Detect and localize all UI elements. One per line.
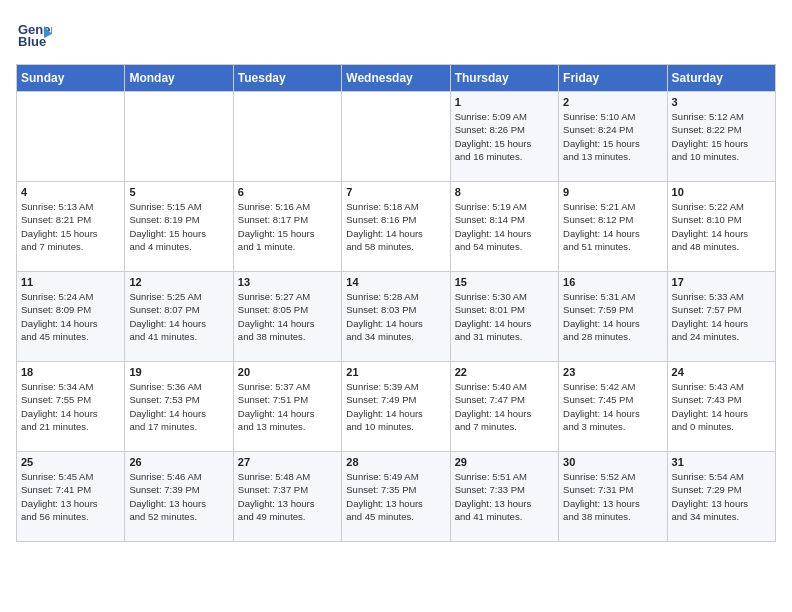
calendar-cell: 27Sunrise: 5:48 AM Sunset: 7:37 PM Dayli… xyxy=(233,452,341,542)
day-number: 18 xyxy=(21,366,120,378)
day-info: Sunrise: 5:45 AM Sunset: 7:41 PM Dayligh… xyxy=(21,470,120,523)
day-number: 9 xyxy=(563,186,662,198)
calendar-cell xyxy=(233,92,341,182)
calendar-cell: 14Sunrise: 5:28 AM Sunset: 8:03 PM Dayli… xyxy=(342,272,450,362)
calendar-cell: 30Sunrise: 5:52 AM Sunset: 7:31 PM Dayli… xyxy=(559,452,667,542)
day-info: Sunrise: 5:54 AM Sunset: 7:29 PM Dayligh… xyxy=(672,470,771,523)
calendar-cell: 15Sunrise: 5:30 AM Sunset: 8:01 PM Dayli… xyxy=(450,272,558,362)
day-number: 21 xyxy=(346,366,445,378)
weekday-header-thursday: Thursday xyxy=(450,65,558,92)
day-number: 27 xyxy=(238,456,337,468)
day-info: Sunrise: 5:51 AM Sunset: 7:33 PM Dayligh… xyxy=(455,470,554,523)
calendar-cell: 13Sunrise: 5:27 AM Sunset: 8:05 PM Dayli… xyxy=(233,272,341,362)
calendar-cell: 4Sunrise: 5:13 AM Sunset: 8:21 PM Daylig… xyxy=(17,182,125,272)
day-info: Sunrise: 5:16 AM Sunset: 8:17 PM Dayligh… xyxy=(238,200,337,253)
day-info: Sunrise: 5:48 AM Sunset: 7:37 PM Dayligh… xyxy=(238,470,337,523)
calendar-cell: 1Sunrise: 5:09 AM Sunset: 8:26 PM Daylig… xyxy=(450,92,558,182)
calendar-cell: 26Sunrise: 5:46 AM Sunset: 7:39 PM Dayli… xyxy=(125,452,233,542)
day-number: 10 xyxy=(672,186,771,198)
day-number: 2 xyxy=(563,96,662,108)
calendar-cell: 29Sunrise: 5:51 AM Sunset: 7:33 PM Dayli… xyxy=(450,452,558,542)
day-info: Sunrise: 5:27 AM Sunset: 8:05 PM Dayligh… xyxy=(238,290,337,343)
calendar-cell: 11Sunrise: 5:24 AM Sunset: 8:09 PM Dayli… xyxy=(17,272,125,362)
day-number: 28 xyxy=(346,456,445,468)
calendar-cell: 18Sunrise: 5:34 AM Sunset: 7:55 PM Dayli… xyxy=(17,362,125,452)
weekday-header-wednesday: Wednesday xyxy=(342,65,450,92)
day-info: Sunrise: 5:19 AM Sunset: 8:14 PM Dayligh… xyxy=(455,200,554,253)
day-number: 25 xyxy=(21,456,120,468)
day-info: Sunrise: 5:10 AM Sunset: 8:24 PM Dayligh… xyxy=(563,110,662,163)
day-number: 8 xyxy=(455,186,554,198)
weekday-header-saturday: Saturday xyxy=(667,65,775,92)
day-info: Sunrise: 5:49 AM Sunset: 7:35 PM Dayligh… xyxy=(346,470,445,523)
day-info: Sunrise: 5:42 AM Sunset: 7:45 PM Dayligh… xyxy=(563,380,662,433)
calendar-cell: 17Sunrise: 5:33 AM Sunset: 7:57 PM Dayli… xyxy=(667,272,775,362)
day-number: 31 xyxy=(672,456,771,468)
day-info: Sunrise: 5:34 AM Sunset: 7:55 PM Dayligh… xyxy=(21,380,120,433)
calendar-cell: 24Sunrise: 5:43 AM Sunset: 7:43 PM Dayli… xyxy=(667,362,775,452)
calendar-cell xyxy=(125,92,233,182)
day-info: Sunrise: 5:36 AM Sunset: 7:53 PM Dayligh… xyxy=(129,380,228,433)
weekday-header-friday: Friday xyxy=(559,65,667,92)
day-info: Sunrise: 5:21 AM Sunset: 8:12 PM Dayligh… xyxy=(563,200,662,253)
calendar-cell: 20Sunrise: 5:37 AM Sunset: 7:51 PM Dayli… xyxy=(233,362,341,452)
calendar-cell: 21Sunrise: 5:39 AM Sunset: 7:49 PM Dayli… xyxy=(342,362,450,452)
day-number: 26 xyxy=(129,456,228,468)
calendar-cell: 28Sunrise: 5:49 AM Sunset: 7:35 PM Dayli… xyxy=(342,452,450,542)
day-info: Sunrise: 5:52 AM Sunset: 7:31 PM Dayligh… xyxy=(563,470,662,523)
day-info: Sunrise: 5:18 AM Sunset: 8:16 PM Dayligh… xyxy=(346,200,445,253)
day-info: Sunrise: 5:37 AM Sunset: 7:51 PM Dayligh… xyxy=(238,380,337,433)
day-info: Sunrise: 5:33 AM Sunset: 7:57 PM Dayligh… xyxy=(672,290,771,343)
day-number: 5 xyxy=(129,186,228,198)
day-info: Sunrise: 5:09 AM Sunset: 8:26 PM Dayligh… xyxy=(455,110,554,163)
calendar-cell: 10Sunrise: 5:22 AM Sunset: 8:10 PM Dayli… xyxy=(667,182,775,272)
day-number: 4 xyxy=(21,186,120,198)
page-header: General Blue xyxy=(16,16,776,52)
day-number: 23 xyxy=(563,366,662,378)
day-info: Sunrise: 5:12 AM Sunset: 8:22 PM Dayligh… xyxy=(672,110,771,163)
day-number: 22 xyxy=(455,366,554,378)
day-number: 7 xyxy=(346,186,445,198)
calendar-cell: 8Sunrise: 5:19 AM Sunset: 8:14 PM Daylig… xyxy=(450,182,558,272)
weekday-header-sunday: Sunday xyxy=(17,65,125,92)
calendar-cell xyxy=(17,92,125,182)
calendar-cell: 12Sunrise: 5:25 AM Sunset: 8:07 PM Dayli… xyxy=(125,272,233,362)
day-number: 20 xyxy=(238,366,337,378)
day-info: Sunrise: 5:15 AM Sunset: 8:19 PM Dayligh… xyxy=(129,200,228,253)
calendar-table: SundayMondayTuesdayWednesdayThursdayFrid… xyxy=(16,64,776,542)
day-number: 15 xyxy=(455,276,554,288)
svg-text:Blue: Blue xyxy=(18,34,46,49)
day-info: Sunrise: 5:30 AM Sunset: 8:01 PM Dayligh… xyxy=(455,290,554,343)
calendar-cell: 31Sunrise: 5:54 AM Sunset: 7:29 PM Dayli… xyxy=(667,452,775,542)
logo: General Blue xyxy=(16,16,56,52)
calendar-cell: 25Sunrise: 5:45 AM Sunset: 7:41 PM Dayli… xyxy=(17,452,125,542)
day-info: Sunrise: 5:24 AM Sunset: 8:09 PM Dayligh… xyxy=(21,290,120,343)
day-number: 11 xyxy=(21,276,120,288)
day-info: Sunrise: 5:40 AM Sunset: 7:47 PM Dayligh… xyxy=(455,380,554,433)
calendar-cell: 16Sunrise: 5:31 AM Sunset: 7:59 PM Dayli… xyxy=(559,272,667,362)
calendar-cell: 22Sunrise: 5:40 AM Sunset: 7:47 PM Dayli… xyxy=(450,362,558,452)
day-info: Sunrise: 5:39 AM Sunset: 7:49 PM Dayligh… xyxy=(346,380,445,433)
day-info: Sunrise: 5:31 AM Sunset: 7:59 PM Dayligh… xyxy=(563,290,662,343)
day-number: 14 xyxy=(346,276,445,288)
day-number: 24 xyxy=(672,366,771,378)
calendar-cell: 9Sunrise: 5:21 AM Sunset: 8:12 PM Daylig… xyxy=(559,182,667,272)
day-number: 12 xyxy=(129,276,228,288)
calendar-cell: 7Sunrise: 5:18 AM Sunset: 8:16 PM Daylig… xyxy=(342,182,450,272)
weekday-header-monday: Monday xyxy=(125,65,233,92)
calendar-cell: 5Sunrise: 5:15 AM Sunset: 8:19 PM Daylig… xyxy=(125,182,233,272)
calendar-cell: 2Sunrise: 5:10 AM Sunset: 8:24 PM Daylig… xyxy=(559,92,667,182)
calendar-cell: 6Sunrise: 5:16 AM Sunset: 8:17 PM Daylig… xyxy=(233,182,341,272)
calendar-cell: 3Sunrise: 5:12 AM Sunset: 8:22 PM Daylig… xyxy=(667,92,775,182)
day-info: Sunrise: 5:25 AM Sunset: 8:07 PM Dayligh… xyxy=(129,290,228,343)
day-number: 17 xyxy=(672,276,771,288)
day-info: Sunrise: 5:22 AM Sunset: 8:10 PM Dayligh… xyxy=(672,200,771,253)
day-info: Sunrise: 5:28 AM Sunset: 8:03 PM Dayligh… xyxy=(346,290,445,343)
day-number: 19 xyxy=(129,366,228,378)
day-number: 16 xyxy=(563,276,662,288)
logo-icon: General Blue xyxy=(16,16,52,52)
day-info: Sunrise: 5:13 AM Sunset: 8:21 PM Dayligh… xyxy=(21,200,120,253)
day-number: 3 xyxy=(672,96,771,108)
calendar-cell xyxy=(342,92,450,182)
calendar-cell: 19Sunrise: 5:36 AM Sunset: 7:53 PM Dayli… xyxy=(125,362,233,452)
